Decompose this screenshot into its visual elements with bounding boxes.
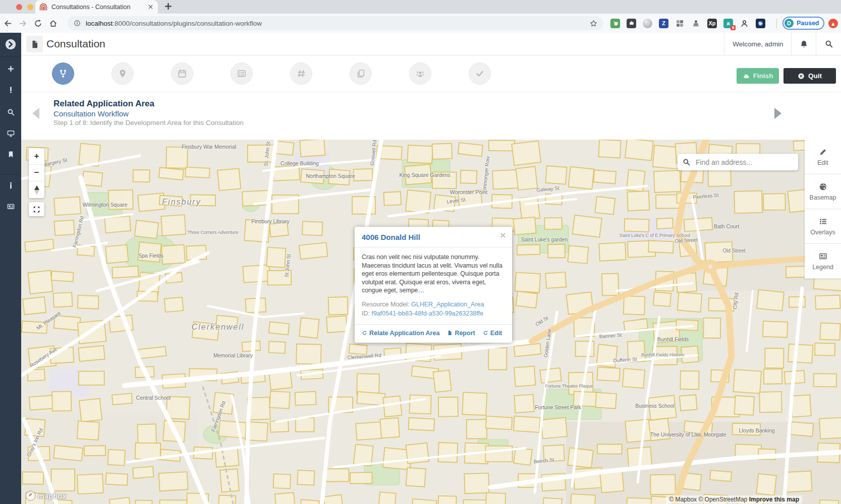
compass-button[interactable] (29, 181, 44, 198)
extension-clipper-icon[interactable] (627, 19, 636, 28)
address-search-box[interactable] (678, 154, 798, 170)
page-title: Consultation (46, 38, 105, 50)
hashtag-icon (297, 69, 306, 78)
sidebar-add-icon[interactable] (0, 65, 21, 73)
check-icon (475, 69, 484, 78)
arches-favicon-icon (39, 3, 47, 11)
improve-map-link[interactable]: Improve this map (749, 496, 799, 503)
map-tool-legend-button[interactable]: Legend (805, 244, 841, 279)
extension-grid-icon[interactable] (675, 19, 685, 28)
quit-button[interactable]: Quit (783, 68, 836, 84)
window-minimize-button[interactable] (27, 4, 33, 10)
popup-description: Cras non velit nec nisi vulputate nonumm… (355, 247, 512, 295)
avatar: D (784, 19, 794, 28)
welcome-user[interactable]: Welcome, admin (724, 33, 792, 55)
browser-window: Consultations - Consultation localhost:8… (0, 0, 841, 504)
workflow-nav: Related Application Area Consultation Wo… (21, 92, 841, 140)
workflow-step-8-complete[interactable] (469, 62, 491, 85)
refresh-icon (362, 330, 367, 336)
workflow-step-4-details[interactable] (231, 62, 253, 85)
map-tool-edit-button[interactable]: Edit (805, 140, 841, 174)
map-tool-basemap-button[interactable]: Basemap (805, 174, 841, 209)
mapbox-wordmark: mapbox (38, 492, 67, 500)
map-attribution[interactable]: © Mapbox © OpenStreetMap Improve this ma… (666, 495, 802, 503)
map-canvas[interactable]: FinsburyClerkenwellFinsbury War Memorial… (21, 140, 841, 504)
address-search-input[interactable] (695, 158, 793, 167)
cloud-icon (743, 73, 750, 80)
globe-icon (819, 182, 827, 191)
workflow-step-3-date[interactable] (171, 62, 193, 85)
sidebar-screen-icon[interactable] (0, 130, 21, 137)
forward-button[interactable] (15, 19, 30, 28)
back-button[interactable] (0, 19, 15, 28)
popup-link-edit[interactable]: Edit (483, 330, 502, 337)
resource-id-link[interactable]: f9af0541-bb83-48fd-a530-99a263238ffe (371, 310, 483, 317)
extension-button[interactable]: ▲ (828, 19, 838, 28)
sidebar-errors-icon[interactable] (0, 86, 21, 94)
popup-link-relate-application-area[interactable]: Relate Application Area (362, 330, 439, 337)
mapbox-logo[interactable]: mapbox (25, 490, 67, 501)
global-search-icon[interactable] (816, 33, 841, 55)
popup-close-icon[interactable] (499, 232, 507, 239)
map-tool-label: Legend (812, 264, 833, 271)
sidebar-news-icon[interactable] (0, 203, 21, 210)
notifications-bell-icon[interactable] (791, 33, 816, 55)
extension-sphere-icon[interactable] (643, 19, 652, 28)
toolbar-divider (776, 18, 777, 28)
page-info-icon[interactable] (74, 20, 81, 27)
address-bar[interactable]: localhost:8000/consultations/plugins/con… (68, 16, 603, 30)
zoom-in-button[interactable]: + (29, 148, 44, 165)
popup-meta: Resource Model: GLHER_Application_Area I… (355, 295, 512, 324)
file-icon (447, 330, 453, 336)
extension-stamp-icon[interactable] (691, 19, 701, 28)
url-host: localhost (86, 20, 113, 27)
extension-zotero-icon[interactable]: Z (659, 19, 668, 28)
map-marker-icon (118, 69, 127, 78)
resource-model-link[interactable]: GLHER_Application_Area (411, 301, 484, 308)
reload-button[interactable] (30, 19, 45, 28)
workflow-steps (21, 55, 841, 92)
feature-popup: 4006 Donald Hill Cras non velit nec nisi… (355, 227, 512, 343)
tab-close-icon[interactable] (147, 4, 154, 10)
workflow-step-7-contacts[interactable] (409, 62, 431, 85)
bookmark-star-icon[interactable] (590, 20, 597, 27)
tab-title: Consultations - Consultation (51, 4, 147, 11)
extensions-row: ZXpa9 (610, 14, 765, 33)
map-tool-overlays-button[interactable]: Overlays (805, 209, 841, 244)
extension-person-icon[interactable] (740, 19, 749, 28)
home-button[interactable] (45, 19, 61, 28)
sidebar-bookmark-icon[interactable] (0, 151, 21, 158)
new-tab-button[interactable] (164, 2, 173, 11)
browser-tab[interactable]: Consultations - Consultation (35, 0, 158, 14)
fullscreen-button[interactable] (29, 202, 44, 216)
calendar-icon (178, 69, 187, 78)
compass-icon (33, 185, 40, 195)
extension-annotate-icon[interactable]: a9 (723, 19, 733, 28)
extension-xp-icon[interactable]: Xp (707, 19, 717, 28)
profile-chip[interactable]: D Paused (782, 17, 824, 30)
sidebar-expand-icon[interactable] (0, 39, 21, 50)
workflow-step-5-number[interactable] (290, 62, 312, 85)
workflow-step-2-location[interactable] (111, 62, 134, 85)
popup-link-report[interactable]: Report (447, 330, 475, 337)
previous-step-arrow[interactable] (32, 108, 39, 119)
finish-button[interactable]: Finish (737, 68, 779, 84)
mapbox-logo-icon (25, 490, 36, 501)
app-sidebar (0, 33, 21, 504)
workflow-step-1-branch[interactable] (52, 62, 74, 85)
refresh-icon (483, 330, 488, 336)
sidebar-info-icon[interactable] (0, 181, 21, 189)
next-step-arrow[interactable] (774, 108, 781, 119)
zoom-out-button[interactable]: − (29, 165, 44, 181)
app-header: Consultation Welcome, admin (21, 33, 841, 55)
plugin-file-icon (26, 36, 43, 52)
extension-evernote-icon[interactable] (610, 19, 620, 28)
sidebar-search-icon[interactable] (0, 108, 21, 116)
workflow-step-6-documents[interactable] (350, 62, 372, 85)
id-label: ID: (362, 310, 370, 317)
map-tools-panel: EditBasemapOverlaysLegend (805, 140, 841, 279)
files-icon (356, 69, 365, 78)
sidebar-divider (0, 174, 21, 174)
window-close-button[interactable] (16, 4, 22, 10)
extension-globe-ext-icon[interactable] (756, 19, 765, 28)
